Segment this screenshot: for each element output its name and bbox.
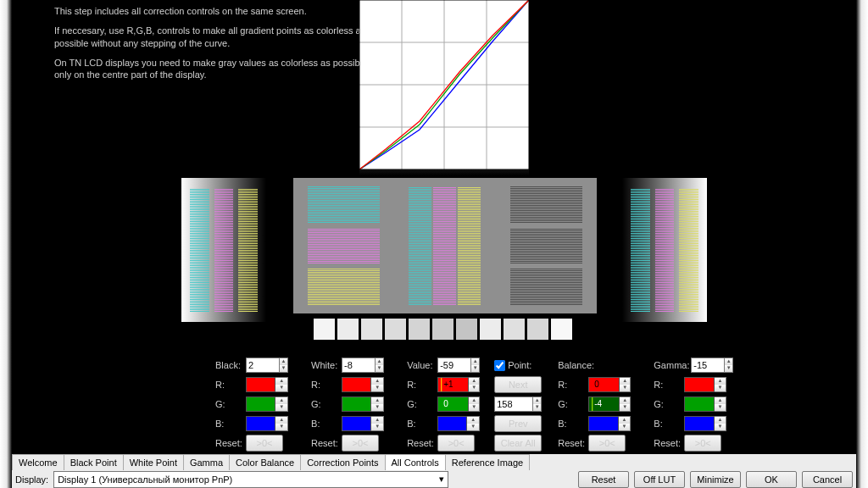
gamma-label: Gamma: xyxy=(654,360,691,370)
point-checkbox[interactable] xyxy=(494,360,505,371)
balance-r-color[interactable]: 0 xyxy=(588,377,620,392)
tab-all-controls[interactable]: All Controls xyxy=(385,454,446,470)
value-b-spinner[interactable]: ▲▼ xyxy=(467,416,480,431)
instruction-line: If neccesary, use R,G,B, controls to mak… xyxy=(54,25,376,50)
gamma-r-spinner[interactable]: ▲▼ xyxy=(715,377,727,392)
reset-button[interactable]: Reset xyxy=(578,471,629,488)
value-r-color[interactable]: +1 xyxy=(437,377,469,392)
black-spinner[interactable]: ▲▼ xyxy=(280,358,288,373)
white-g-label: G: xyxy=(311,399,342,409)
white-r-color[interactable] xyxy=(342,377,371,392)
gamma-input[interactable] xyxy=(691,358,725,373)
gamma-b-label: B: xyxy=(654,419,684,429)
black-reset-label: Reset: xyxy=(215,438,246,448)
next-button[interactable]: Next xyxy=(494,376,542,393)
value-b-label: B: xyxy=(407,419,437,429)
value-label: Value: xyxy=(407,360,437,370)
value-r-label: R: xyxy=(407,380,437,390)
tab-gamma[interactable]: Gamma xyxy=(183,454,230,470)
black-input[interactable] xyxy=(246,358,280,373)
value-r-spinner[interactable]: ▲▼ xyxy=(469,377,480,392)
balance-label: Balance: xyxy=(558,360,609,370)
white-reset-button[interactable]: >0< xyxy=(342,435,379,452)
white-g-spinner[interactable]: ▲▼ xyxy=(371,396,384,412)
cancel-button[interactable]: Cancel xyxy=(802,471,853,488)
white-r-spinner[interactable]: ▲▼ xyxy=(371,377,384,392)
white-group: White: ▲▼ R:▲▼ G:▲▼ B:▲▼ Reset:>0< xyxy=(311,356,404,453)
value-input[interactable] xyxy=(437,358,471,373)
chevron-down-icon: ▾ xyxy=(439,474,444,485)
tab-correction-points[interactable]: Correction Points xyxy=(300,454,385,470)
white-spinner[interactable]: ▲▼ xyxy=(376,358,384,373)
gamma-spinner[interactable]: ▲▼ xyxy=(725,358,733,373)
gamma-reset-button[interactable]: >0< xyxy=(684,435,721,452)
balance-r-spinner[interactable]: ▲▼ xyxy=(620,377,631,392)
gamma-b-color[interactable] xyxy=(684,416,714,431)
gamma-r-label: R: xyxy=(654,380,684,390)
white-reset-label: Reset: xyxy=(311,438,342,448)
off-lut-button[interactable]: Off LUT xyxy=(634,471,685,488)
black-b-color[interactable] xyxy=(246,416,275,431)
white-input[interactable] xyxy=(342,358,376,373)
lut-gradient-strip xyxy=(359,169,529,175)
instruction-line: On TN LCD displays you need to make gray… xyxy=(54,57,376,82)
black-g-spinner[interactable]: ▲▼ xyxy=(275,396,288,412)
value-spinner[interactable]: ▲▼ xyxy=(471,358,480,373)
test-pattern-panel xyxy=(293,178,597,313)
gamma-reset-label: Reset: xyxy=(654,438,684,448)
black-r-spinner[interactable]: ▲▼ xyxy=(275,377,288,392)
tab-color-balance[interactable]: Color Balance xyxy=(229,454,301,470)
tab-white-point[interactable]: White Point xyxy=(123,454,184,470)
white-b-color[interactable] xyxy=(342,416,371,431)
balance-g-label: G: xyxy=(558,399,588,409)
balance-r-label: R: xyxy=(558,380,588,390)
black-r-color[interactable] xyxy=(246,377,275,392)
balance-reset-button[interactable]: >0< xyxy=(588,435,626,452)
gamma-r-color[interactable] xyxy=(684,377,714,392)
gradient-preview-left xyxy=(181,178,266,322)
clear-all-button[interactable]: Clear All xyxy=(494,435,542,452)
black-b-spinner[interactable]: ▲▼ xyxy=(275,416,288,431)
balance-reset-label: Reset: xyxy=(558,438,588,448)
point-index-input[interactable] xyxy=(494,396,533,412)
gamma-g-label: G: xyxy=(654,399,684,409)
balance-b-label: B: xyxy=(558,419,588,429)
gray-swatch-row xyxy=(314,319,572,340)
white-g-color[interactable] xyxy=(342,396,371,412)
black-g-label: G: xyxy=(215,399,246,409)
display-select[interactable]: Display 1 (Универсальный монитор PnP) ▾ xyxy=(53,471,448,488)
tab-welcome[interactable]: Welcome xyxy=(12,454,64,470)
gamma-g-spinner[interactable]: ▲▼ xyxy=(715,396,727,412)
value-g-label: G: xyxy=(407,399,437,409)
value-g-color[interactable]: 0 xyxy=(437,396,469,412)
white-b-spinner[interactable]: ▲▼ xyxy=(371,416,384,431)
balance-b-color[interactable] xyxy=(588,416,618,431)
balance-g-spinner[interactable]: ▲▼ xyxy=(620,396,631,412)
white-label: White: xyxy=(311,360,342,370)
black-b-label: B: xyxy=(215,419,246,429)
tab-reference-image[interactable]: Reference Image xyxy=(445,454,530,470)
balance-group: Balance: R:0▲▼ G:-4▲▼ B:▲▼ Reset:>0< xyxy=(558,356,651,453)
tab-black-point[interactable]: Black Point xyxy=(64,454,124,470)
gamma-b-spinner[interactable]: ▲▼ xyxy=(715,416,727,431)
lut-curve-chart xyxy=(359,0,529,169)
minimize-button[interactable]: Minimize xyxy=(690,471,741,488)
ok-button[interactable]: OK xyxy=(746,471,797,488)
instructions: This step includes all correction contro… xyxy=(54,5,376,88)
black-g-color[interactable] xyxy=(246,396,275,412)
balance-g-color[interactable]: -4 xyxy=(588,396,620,412)
display-select-value: Display 1 (Универсальный монитор PnP) xyxy=(58,474,232,485)
prev-button[interactable]: Prev xyxy=(494,415,542,432)
balance-b-spinner[interactable]: ▲▼ xyxy=(619,416,632,431)
black-group: Black: ▲▼ R:▲▼ G:▲▼ B:▲▼ Reset:>0< xyxy=(215,356,309,453)
point-label: Point: xyxy=(508,360,531,370)
point-index-spinner[interactable]: ▲▼ xyxy=(533,396,542,412)
black-label: Black: xyxy=(215,360,246,370)
value-b-color[interactable] xyxy=(437,416,467,431)
value-reset-button[interactable]: >0< xyxy=(437,435,475,452)
value-g-spinner[interactable]: ▲▼ xyxy=(469,396,480,412)
display-label: Display: xyxy=(15,474,48,485)
gradient-preview-right xyxy=(622,178,707,322)
black-reset-button[interactable]: >0< xyxy=(246,435,283,452)
gamma-g-color[interactable] xyxy=(684,396,714,412)
